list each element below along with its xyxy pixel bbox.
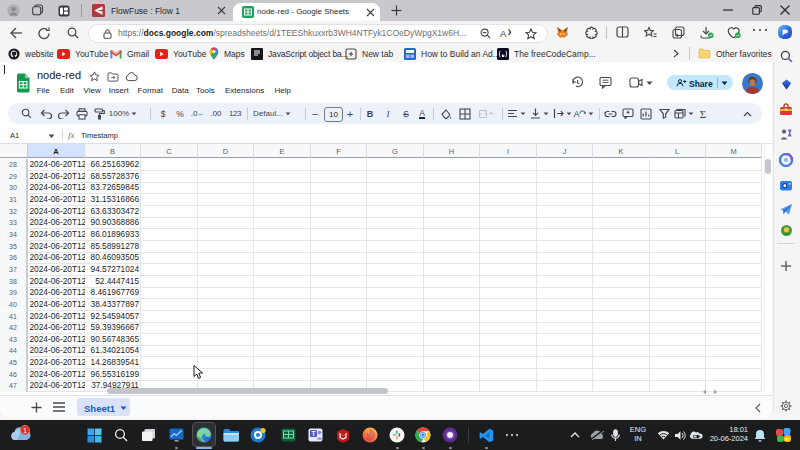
svg-text:T: T [311, 430, 315, 437]
svg-text:1: 1 [23, 427, 27, 434]
